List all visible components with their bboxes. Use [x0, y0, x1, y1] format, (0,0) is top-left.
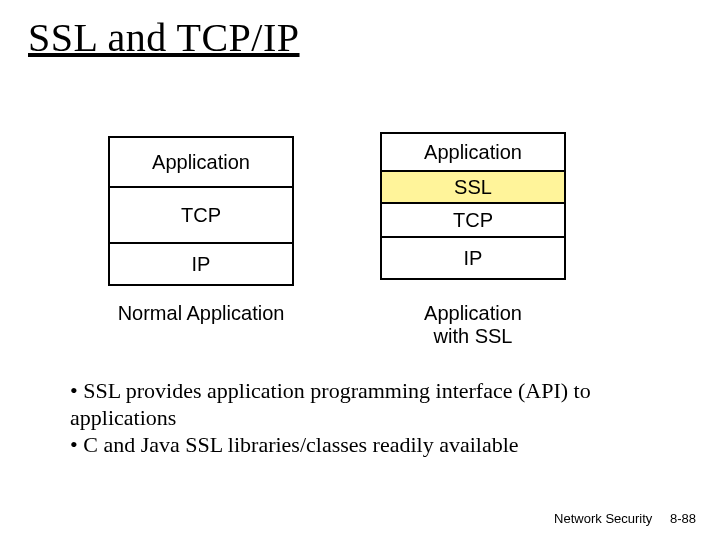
bullet-2: • C and Java SSL libraries/classes readi… [70, 432, 660, 459]
page-title: SSL and TCP/IP [28, 14, 300, 61]
layer-ip: IP [108, 244, 294, 286]
layer-tcp: TCP [380, 204, 566, 238]
bullet-list: • SSL provides application programming i… [70, 378, 660, 458]
normal-stack: Application TCP IP [108, 136, 294, 286]
layer-ip: IP [380, 238, 566, 280]
layer-ssl: SSL [380, 172, 566, 204]
ssl-caption-line1: Application [424, 302, 522, 324]
layer-tcp: TCP [108, 188, 294, 244]
ssl-stack-caption: Application with SSL [380, 302, 566, 348]
layer-application: Application [108, 136, 294, 188]
footer-page: 8-88 [670, 511, 696, 526]
layer-application: Application [380, 132, 566, 172]
ssl-stack: Application SSL TCP IP [380, 132, 566, 280]
bullet-1: • SSL provides application programming i… [70, 378, 660, 432]
footer-label: Network Security [554, 511, 652, 526]
ssl-caption-line2: with SSL [434, 325, 513, 347]
footer: Network Security 8-88 [554, 511, 696, 526]
normal-stack-caption: Normal Application [108, 302, 294, 325]
